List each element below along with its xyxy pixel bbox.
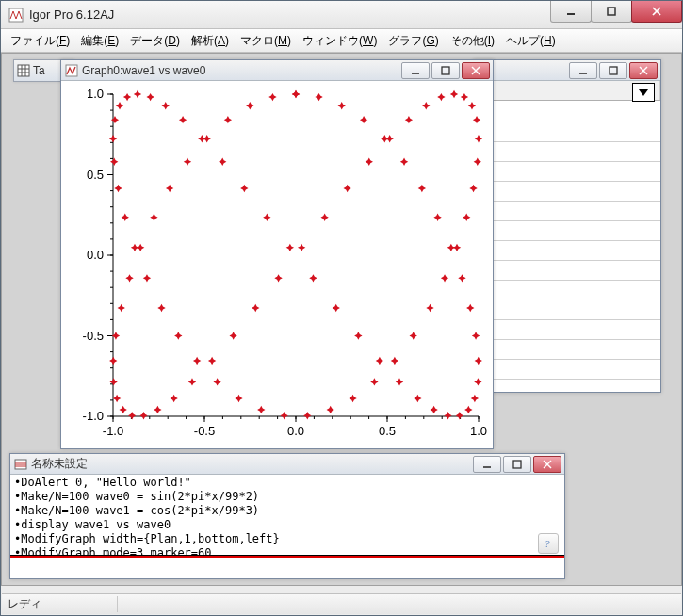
- table-row[interactable]: [474, 202, 660, 221]
- svg-marker-161: [208, 357, 216, 365]
- svg-marker-151: [422, 102, 430, 109]
- svg-marker-89: [418, 185, 426, 192]
- svg-marker-125: [143, 274, 151, 282]
- data-table-window[interactable]: [473, 59, 661, 393]
- maximize-button[interactable]: [591, 1, 632, 23]
- data-table-minimize-button[interactable]: [569, 62, 597, 79]
- svg-marker-158: [274, 274, 282, 282]
- svg-text:?: ?: [545, 538, 550, 549]
- command-close-button[interactable]: [533, 456, 561, 473]
- svg-marker-103: [396, 378, 403, 385]
- svg-marker-130: [235, 395, 242, 402]
- menu-h[interactable]: ヘルプ(H): [500, 30, 561, 52]
- svg-rect-11: [610, 67, 617, 74]
- svg-marker-138: [410, 332, 417, 339]
- svg-marker-163: [170, 395, 177, 402]
- app-window: Igor Pro 6.12AJ ファイル(F)編集(E)データ(D)解析(A)マ…: [0, 0, 683, 616]
- table-window-title: Ta: [33, 64, 45, 77]
- command-minimize-button[interactable]: [473, 456, 501, 473]
- menu-f[interactable]: ファイル(F): [5, 30, 75, 52]
- svg-marker-160: [229, 332, 236, 339]
- app-titlebar: Igor Pro 6.12AJ: [1, 1, 682, 29]
- svg-marker-146: [473, 116, 480, 123]
- table-row[interactable]: [474, 162, 660, 182]
- svg-marker-126: [157, 304, 165, 312]
- table-row[interactable]: [474, 340, 660, 360]
- graph-window[interactable]: Graph0:wave1 vs wave0 -1.0-0.50.00.51.0-…: [60, 59, 494, 449]
- table-row[interactable]: [474, 281, 660, 300]
- table-row[interactable]: [474, 142, 660, 162]
- table-row[interactable]: [474, 300, 660, 320]
- history-line: •DoAlert 0, "Hello world!": [14, 476, 561, 490]
- graph-plot-area[interactable]: -1.0-0.50.00.51.0-1.0-0.50.00.51.0: [61, 81, 493, 448]
- table-row[interactable]: [474, 182, 660, 202]
- svg-marker-134: [327, 406, 334, 413]
- svg-marker-94: [472, 332, 480, 339]
- close-button[interactable]: [631, 1, 682, 23]
- graph-close-button[interactable]: [462, 62, 490, 79]
- svg-marker-115: [146, 93, 154, 101]
- menu-i[interactable]: その他(I): [445, 30, 500, 52]
- table-row[interactable]: [474, 360, 660, 380]
- svg-marker-108: [286, 244, 294, 251]
- command-window-controls: [473, 456, 561, 473]
- app-title: Igor Pro 6.12AJ: [29, 8, 114, 22]
- svg-marker-120: [109, 135, 117, 142]
- command-input[interactable]: [10, 559, 564, 578]
- menu-d[interactable]: データ(D): [124, 30, 186, 52]
- svg-marker-155: [343, 185, 350, 192]
- command-maximize-button[interactable]: [503, 456, 531, 473]
- svg-marker-101: [430, 406, 437, 413]
- svg-marker-149: [450, 90, 458, 98]
- svg-marker-143: [469, 185, 477, 192]
- table-dropdown-button[interactable]: [632, 83, 655, 102]
- svg-marker-109: [263, 213, 270, 220]
- svg-marker-131: [257, 406, 265, 413]
- svg-marker-181: [268, 93, 276, 101]
- command-history[interactable]: •DoAlert 0, "Hello world!"•Make/N=100 wa…: [10, 475, 564, 556]
- svg-marker-132: [280, 412, 287, 419]
- svg-marker-172: [118, 304, 125, 312]
- menu-w[interactable]: ウィンドウ(W): [297, 30, 382, 52]
- scatter-plot: -1.0-0.50.00.51.0-1.0-0.50.00.51.0: [61, 81, 493, 448]
- svg-marker-142: [463, 213, 470, 220]
- svg-marker-141: [453, 244, 461, 251]
- svg-marker-111: [219, 158, 226, 166]
- menu-e[interactable]: 編集(E): [75, 30, 124, 52]
- command-window-titlebar[interactable]: 名称未設定: [10, 454, 564, 475]
- svg-marker-145: [475, 135, 482, 142]
- svg-marker-84: [315, 93, 322, 101]
- svg-marker-98: [464, 406, 472, 413]
- history-line: •display wave1 vs wave0: [14, 518, 561, 532]
- data-table-client: [474, 81, 660, 392]
- graph-window-titlebar[interactable]: Graph0:wave1 vs wave0: [61, 60, 493, 81]
- command-client: •DoAlert 0, "Hello world!"•Make/N=100 wa…: [10, 475, 564, 578]
- table-row[interactable]: [474, 221, 660, 241]
- svg-marker-123: [122, 213, 129, 220]
- graph-maximize-button[interactable]: [431, 62, 460, 79]
- svg-marker-167: [119, 406, 126, 413]
- svg-marker-133: [303, 412, 311, 419]
- svg-marker-118: [116, 102, 123, 109]
- graph-minimize-button[interactable]: [401, 62, 430, 79]
- menu-m[interactable]: マクロ(M): [235, 30, 297, 52]
- table-row[interactable]: [474, 101, 660, 122]
- data-table-maximize-button[interactable]: [599, 62, 627, 79]
- command-help-button[interactable]: ?: [538, 533, 559, 554]
- command-window[interactable]: 名称未設定 •DoAlert 0, "Hello world!"•Make/N=…: [9, 453, 565, 579]
- svg-marker-153: [385, 135, 393, 142]
- svg-marker-176: [166, 185, 173, 192]
- data-table-titlebar[interactable]: [474, 60, 660, 81]
- menu-g[interactable]: グラフ(G): [382, 30, 444, 52]
- table-row[interactable]: [474, 241, 660, 261]
- table-row[interactable]: [474, 261, 660, 281]
- menubar: ファイル(F)編集(E)データ(D)解析(A)マクロ(M)ウィンドウ(W)グラフ…: [1, 29, 682, 53]
- table-row[interactable]: [474, 122, 660, 142]
- svg-marker-129: [213, 378, 220, 385]
- menu-a[interactable]: 解析(A): [186, 30, 235, 52]
- data-table-close-button[interactable]: [629, 62, 658, 79]
- table-row[interactable]: [474, 320, 660, 340]
- minimize-button[interactable]: [550, 1, 592, 23]
- svg-marker-173: [125, 274, 133, 282]
- table-icon: [17, 64, 30, 77]
